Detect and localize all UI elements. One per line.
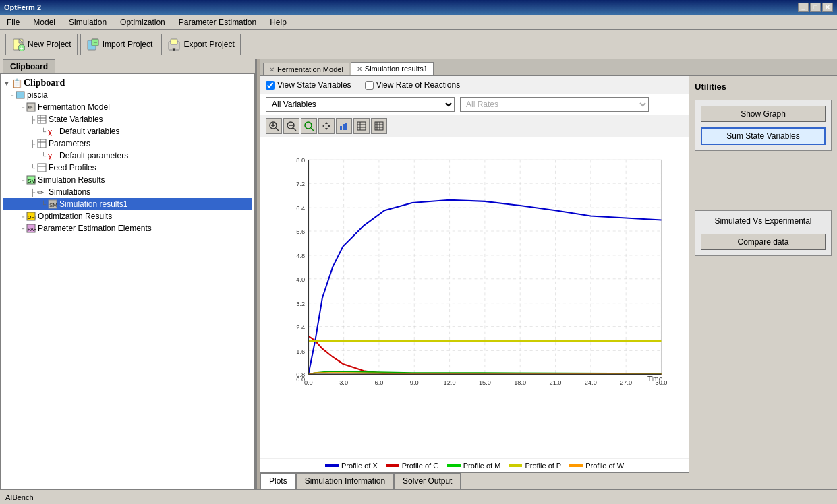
tab-close-icon-2[interactable]: ✕ — [357, 65, 362, 73]
tree-item-feed-profiles[interactable]: └ Feed Profiles — [3, 162, 252, 174]
minimize-button[interactable]: _ — [798, 3, 809, 12]
state-variables-label: State Variables — [49, 115, 103, 124]
feed-profiles-label: Feed Profiles — [49, 163, 96, 172]
compare-data-button[interactable]: Compare data — [701, 234, 826, 250]
bottom-tab-simulation-info[interactable]: Simulation Information — [296, 473, 394, 489]
dropdown-row: All Variables All Rates — [260, 94, 689, 115]
simulation-results1-icon: SM — [47, 199, 58, 210]
view-rate-of-reactions-label[interactable]: View Rate of Reactions — [365, 80, 461, 90]
menu-model[interactable]: Model — [29, 16, 59, 28]
view-state-variables-checkbox[interactable] — [266, 81, 275, 90]
tab-simulation-results1[interactable]: ✕ Simulation results1 — [351, 62, 434, 75]
tree-item-state-variables[interactable]: ├ State Variables — [3, 113, 252, 125]
utilities-experimental-section: Simulated Vs Experimental Compare data — [695, 210, 832, 256]
menu-parameter-estimation[interactable]: Parameter Estimation — [175, 16, 260, 28]
tree-item-simulation-results[interactable]: ├ SM Simulation Results — [3, 174, 252, 186]
tree-item-optimization-results[interactable]: ├ OPT Optimization Results — [3, 210, 252, 222]
simulation-results-label: Simulation Results — [38, 175, 105, 185]
svg-text:8.0: 8.0 — [296, 157, 305, 164]
tree-item-piscia[interactable]: ├ piscia — [3, 89, 252, 101]
svg-text:4.0: 4.0 — [296, 276, 305, 283]
svg-line-35 — [276, 128, 279, 131]
svg-text:4.8: 4.8 — [296, 253, 305, 259]
tree-item-simulation-results1[interactable]: └ SM Simulation results1 — [3, 198, 252, 210]
legend-label-w: Profile of W — [585, 462, 624, 470]
state-variables-icon — [36, 114, 47, 125]
tree-item-parameter-estimation[interactable]: └ PAR Parameter Estimation Elements — [3, 222, 252, 234]
tab-simulation-results1-label: Simulation results1 — [365, 65, 428, 73]
menu-simulation[interactable]: Simulation — [65, 16, 111, 28]
chart-type-button[interactable] — [336, 118, 352, 134]
parameters-label: Parameters — [49, 139, 90, 148]
import-project-button[interactable]: → Import Project — [80, 34, 159, 55]
default-parameters-icon: χ — [47, 150, 58, 161]
controls-row: View State Variables View Rate of Reacti… — [260, 76, 689, 94]
new-project-button[interactable]: + New Project — [5, 34, 78, 55]
tree-item-default-parameters[interactable]: └ χ Default parameters — [3, 150, 252, 162]
svg-rect-19 — [38, 139, 46, 148]
menu-file[interactable]: File — [3, 16, 24, 28]
content-area: ✕ Fermentation Model ✕ Simulation result… — [260, 59, 837, 489]
bottom-tab-plots-label: Plots — [269, 476, 287, 486]
import-project-label: Import Project — [103, 40, 153, 49]
tree-item-default-variables[interactable]: └ χ Default variables — [3, 125, 252, 137]
tree-item-clipboard-root[interactable]: ▼ 📋 Clipboard — [3, 77, 252, 89]
clipboard-root-icon: 📋 — [11, 77, 22, 88]
tree-item-simulations[interactable]: ├ ✏ Simulations — [3, 186, 252, 198]
svg-text:▼: ▼ — [171, 46, 177, 51]
svg-text:0.0: 0.0 — [304, 379, 313, 386]
clipboard-root-label: Clipboard — [24, 77, 65, 88]
svg-text:18.0: 18.0 — [514, 379, 526, 386]
legend-color-m — [447, 464, 461, 467]
bottom-tab-solver-output[interactable]: Solver Output — [394, 473, 461, 489]
tree-item-fermentation-model[interactable]: ├ ✏ Fermentation Model — [3, 101, 252, 113]
view-state-variables-label[interactable]: View State Variables — [266, 80, 351, 90]
menu-optimization[interactable]: Optimization — [116, 16, 169, 28]
legend-color-g — [386, 464, 399, 467]
svg-line-39 — [293, 128, 296, 131]
tab-fermentation-model-label: Fermentation Model — [277, 65, 343, 73]
sidebar-tab-clipboard[interactable]: Clipboard — [3, 59, 55, 73]
maximize-button[interactable]: □ — [810, 3, 821, 12]
fermentation-model-icon: ✏ — [26, 102, 36, 113]
export-button[interactable] — [371, 118, 387, 134]
tab-fermentation-model[interactable]: ✕ Fermentation Model — [263, 63, 349, 75]
bottom-tab-plots[interactable]: Plots — [260, 473, 296, 489]
utilities-panel: Utilities Show Graph Sum State Variables… — [689, 76, 837, 489]
svg-text:✏: ✏ — [28, 104, 33, 111]
sidebar: Clipboard ▼ 📋 Clipboard ├ piscia ├ — [0, 59, 256, 489]
close-button[interactable]: ✕ — [822, 3, 833, 12]
utilities-title: Utilities — [695, 82, 832, 92]
legend-color-p — [509, 464, 522, 467]
data-table-button[interactable] — [353, 118, 370, 134]
zoom-reset-button[interactable] — [301, 118, 317, 134]
export-project-button[interactable]: ▼ Export Project — [161, 34, 240, 55]
simulation-results1-label: Simulation results1 — [59, 199, 127, 209]
svg-rect-14 — [38, 115, 46, 123]
legend-profile-w: Profile of W — [569, 462, 624, 470]
pan-button[interactable] — [318, 118, 335, 134]
chart-container: Value 8.0 7.2 6.4 5.6 4.8 4.0 3.2 2.4 1.… — [260, 137, 689, 458]
svg-rect-11 — [16, 92, 24, 98]
parameters-icon — [36, 138, 47, 149]
tree-item-parameters[interactable]: ├ Parameters — [3, 137, 252, 150]
menu-help[interactable]: Help — [266, 16, 291, 28]
svg-text:6.4: 6.4 — [296, 205, 305, 212]
variables-dropdown[interactable]: All Variables — [266, 97, 455, 112]
zoom-in-button[interactable] — [266, 118, 282, 134]
svg-rect-44 — [343, 124, 345, 130]
show-graph-button[interactable]: Show Graph — [701, 106, 826, 122]
window-controls[interactable]: _ □ ✕ — [798, 3, 833, 12]
new-project-icon: + — [11, 38, 25, 51]
view-rate-of-reactions-checkbox[interactable] — [365, 81, 374, 90]
utilities-graph-section: Show Graph Sum State Variables — [695, 100, 832, 151]
sum-state-variables-button[interactable]: Sum State Variables — [701, 127, 826, 145]
rates-dropdown[interactable]: All Rates — [460, 97, 649, 112]
zoom-out-button[interactable] — [283, 118, 299, 134]
tab-close-icon-1[interactable]: ✕ — [269, 66, 275, 73]
view-state-variables-text: View State Variables — [277, 80, 351, 90]
optimization-results-icon: OPT — [26, 211, 36, 222]
svg-text:9.0: 9.0 — [410, 379, 419, 386]
svg-text:1.6: 1.6 — [296, 348, 305, 355]
svg-text:7.2: 7.2 — [296, 181, 305, 187]
